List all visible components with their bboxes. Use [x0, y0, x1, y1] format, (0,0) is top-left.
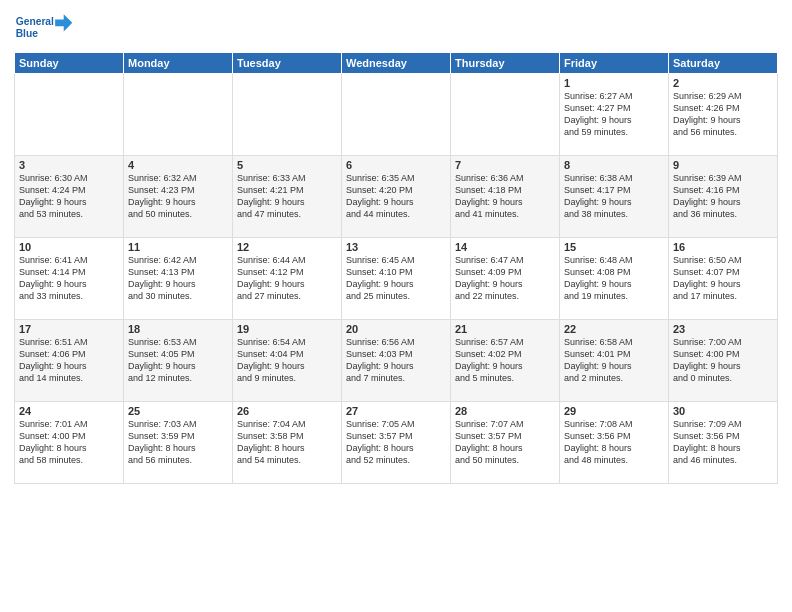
day-number: 12	[237, 241, 337, 253]
day-number: 7	[455, 159, 555, 171]
day-cell: 21Sunrise: 6:57 AMSunset: 4:02 PMDayligh…	[451, 320, 560, 402]
page-header: General Blue	[14, 10, 778, 46]
day-number: 17	[19, 323, 119, 335]
day-info: Sunrise: 6:29 AMSunset: 4:26 PMDaylight:…	[673, 90, 773, 139]
day-cell: 1Sunrise: 6:27 AMSunset: 4:27 PMDaylight…	[560, 74, 669, 156]
day-info: Sunrise: 7:05 AMSunset: 3:57 PMDaylight:…	[346, 418, 446, 467]
day-cell: 15Sunrise: 6:48 AMSunset: 4:08 PMDayligh…	[560, 238, 669, 320]
svg-marker-2	[55, 14, 72, 31]
calendar-header: SundayMondayTuesdayWednesdayThursdayFrid…	[15, 53, 778, 74]
day-cell: 27Sunrise: 7:05 AMSunset: 3:57 PMDayligh…	[342, 402, 451, 484]
day-number: 8	[564, 159, 664, 171]
day-number: 18	[128, 323, 228, 335]
day-number: 29	[564, 405, 664, 417]
day-number: 5	[237, 159, 337, 171]
day-cell: 10Sunrise: 6:41 AMSunset: 4:14 PMDayligh…	[15, 238, 124, 320]
day-info: Sunrise: 6:41 AMSunset: 4:14 PMDaylight:…	[19, 254, 119, 303]
day-info: Sunrise: 6:27 AMSunset: 4:27 PMDaylight:…	[564, 90, 664, 139]
week-row-2: 3Sunrise: 6:30 AMSunset: 4:24 PMDaylight…	[15, 156, 778, 238]
day-number: 27	[346, 405, 446, 417]
day-info: Sunrise: 6:53 AMSunset: 4:05 PMDaylight:…	[128, 336, 228, 385]
day-cell: 9Sunrise: 6:39 AMSunset: 4:16 PMDaylight…	[669, 156, 778, 238]
col-header-friday: Friday	[560, 53, 669, 74]
logo-svg: General Blue	[14, 10, 74, 46]
day-info: Sunrise: 7:00 AMSunset: 4:00 PMDaylight:…	[673, 336, 773, 385]
day-cell	[124, 74, 233, 156]
day-cell: 20Sunrise: 6:56 AMSunset: 4:03 PMDayligh…	[342, 320, 451, 402]
day-number: 25	[128, 405, 228, 417]
week-row-1: 1Sunrise: 6:27 AMSunset: 4:27 PMDaylight…	[15, 74, 778, 156]
day-number: 1	[564, 77, 664, 89]
day-info: Sunrise: 6:35 AMSunset: 4:20 PMDaylight:…	[346, 172, 446, 221]
day-cell: 6Sunrise: 6:35 AMSunset: 4:20 PMDaylight…	[342, 156, 451, 238]
day-number: 23	[673, 323, 773, 335]
svg-text:General: General	[16, 16, 54, 27]
day-info: Sunrise: 7:09 AMSunset: 3:56 PMDaylight:…	[673, 418, 773, 467]
day-cell: 11Sunrise: 6:42 AMSunset: 4:13 PMDayligh…	[124, 238, 233, 320]
day-info: Sunrise: 6:45 AMSunset: 4:10 PMDaylight:…	[346, 254, 446, 303]
day-info: Sunrise: 7:08 AMSunset: 3:56 PMDaylight:…	[564, 418, 664, 467]
day-cell: 29Sunrise: 7:08 AMSunset: 3:56 PMDayligh…	[560, 402, 669, 484]
day-cell	[342, 74, 451, 156]
day-cell: 4Sunrise: 6:32 AMSunset: 4:23 PMDaylight…	[124, 156, 233, 238]
day-number: 2	[673, 77, 773, 89]
day-number: 13	[346, 241, 446, 253]
day-cell: 18Sunrise: 6:53 AMSunset: 4:05 PMDayligh…	[124, 320, 233, 402]
day-cell: 25Sunrise: 7:03 AMSunset: 3:59 PMDayligh…	[124, 402, 233, 484]
day-cell	[233, 74, 342, 156]
day-cell: 23Sunrise: 7:00 AMSunset: 4:00 PMDayligh…	[669, 320, 778, 402]
day-info: Sunrise: 6:54 AMSunset: 4:04 PMDaylight:…	[237, 336, 337, 385]
day-number: 15	[564, 241, 664, 253]
day-info: Sunrise: 6:48 AMSunset: 4:08 PMDaylight:…	[564, 254, 664, 303]
day-info: Sunrise: 6:58 AMSunset: 4:01 PMDaylight:…	[564, 336, 664, 385]
col-header-tuesday: Tuesday	[233, 53, 342, 74]
col-header-saturday: Saturday	[669, 53, 778, 74]
day-cell: 12Sunrise: 6:44 AMSunset: 4:12 PMDayligh…	[233, 238, 342, 320]
day-number: 14	[455, 241, 555, 253]
day-info: Sunrise: 6:57 AMSunset: 4:02 PMDaylight:…	[455, 336, 555, 385]
calendar-table: SundayMondayTuesdayWednesdayThursdayFrid…	[14, 52, 778, 484]
col-header-wednesday: Wednesday	[342, 53, 451, 74]
day-info: Sunrise: 6:39 AMSunset: 4:16 PMDaylight:…	[673, 172, 773, 221]
day-number: 9	[673, 159, 773, 171]
day-cell	[15, 74, 124, 156]
day-info: Sunrise: 7:03 AMSunset: 3:59 PMDaylight:…	[128, 418, 228, 467]
day-cell: 26Sunrise: 7:04 AMSunset: 3:58 PMDayligh…	[233, 402, 342, 484]
day-number: 6	[346, 159, 446, 171]
day-number: 26	[237, 405, 337, 417]
day-info: Sunrise: 6:56 AMSunset: 4:03 PMDaylight:…	[346, 336, 446, 385]
day-info: Sunrise: 6:50 AMSunset: 4:07 PMDaylight:…	[673, 254, 773, 303]
day-cell: 3Sunrise: 6:30 AMSunset: 4:24 PMDaylight…	[15, 156, 124, 238]
day-info: Sunrise: 6:51 AMSunset: 4:06 PMDaylight:…	[19, 336, 119, 385]
day-cell: 8Sunrise: 6:38 AMSunset: 4:17 PMDaylight…	[560, 156, 669, 238]
day-number: 20	[346, 323, 446, 335]
day-cell: 14Sunrise: 6:47 AMSunset: 4:09 PMDayligh…	[451, 238, 560, 320]
day-cell: 5Sunrise: 6:33 AMSunset: 4:21 PMDaylight…	[233, 156, 342, 238]
day-number: 10	[19, 241, 119, 253]
day-number: 28	[455, 405, 555, 417]
day-info: Sunrise: 6:47 AMSunset: 4:09 PMDaylight:…	[455, 254, 555, 303]
week-row-3: 10Sunrise: 6:41 AMSunset: 4:14 PMDayligh…	[15, 238, 778, 320]
day-cell: 28Sunrise: 7:07 AMSunset: 3:57 PMDayligh…	[451, 402, 560, 484]
day-info: Sunrise: 6:33 AMSunset: 4:21 PMDaylight:…	[237, 172, 337, 221]
day-info: Sunrise: 7:04 AMSunset: 3:58 PMDaylight:…	[237, 418, 337, 467]
col-header-monday: Monday	[124, 53, 233, 74]
day-info: Sunrise: 7:01 AMSunset: 4:00 PMDaylight:…	[19, 418, 119, 467]
day-number: 19	[237, 323, 337, 335]
day-info: Sunrise: 6:44 AMSunset: 4:12 PMDaylight:…	[237, 254, 337, 303]
day-cell: 30Sunrise: 7:09 AMSunset: 3:56 PMDayligh…	[669, 402, 778, 484]
day-cell: 13Sunrise: 6:45 AMSunset: 4:10 PMDayligh…	[342, 238, 451, 320]
day-number: 4	[128, 159, 228, 171]
col-header-sunday: Sunday	[15, 53, 124, 74]
day-number: 24	[19, 405, 119, 417]
col-header-thursday: Thursday	[451, 53, 560, 74]
day-info: Sunrise: 6:38 AMSunset: 4:17 PMDaylight:…	[564, 172, 664, 221]
day-cell: 24Sunrise: 7:01 AMSunset: 4:00 PMDayligh…	[15, 402, 124, 484]
day-info: Sunrise: 6:32 AMSunset: 4:23 PMDaylight:…	[128, 172, 228, 221]
day-info: Sunrise: 6:30 AMSunset: 4:24 PMDaylight:…	[19, 172, 119, 221]
day-info: Sunrise: 7:07 AMSunset: 3:57 PMDaylight:…	[455, 418, 555, 467]
day-number: 3	[19, 159, 119, 171]
calendar-body: 1Sunrise: 6:27 AMSunset: 4:27 PMDaylight…	[15, 74, 778, 484]
day-cell: 2Sunrise: 6:29 AMSunset: 4:26 PMDaylight…	[669, 74, 778, 156]
day-cell: 16Sunrise: 6:50 AMSunset: 4:07 PMDayligh…	[669, 238, 778, 320]
